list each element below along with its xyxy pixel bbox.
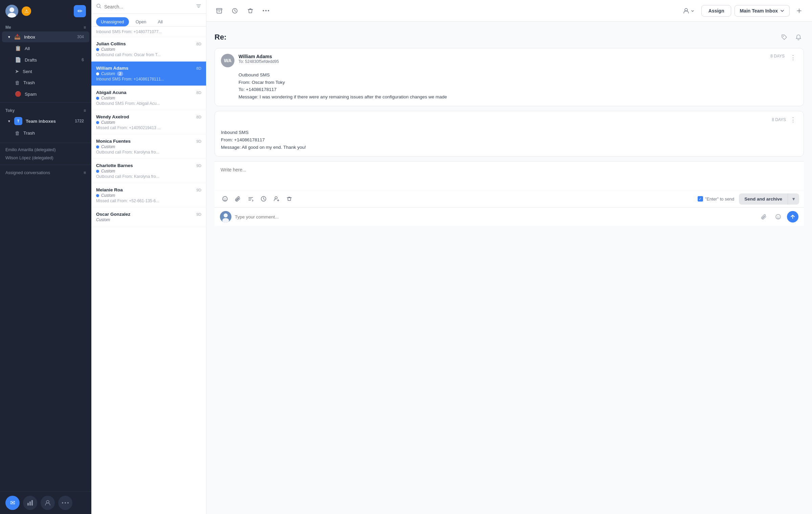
message-more-button[interactable]: ⋮ (789, 54, 797, 61)
assign-person-button[interactable] (680, 6, 698, 16)
unread-badge: 2 (117, 71, 123, 76)
conv-item-preview: Outbound call From: Oscar from T... (96, 52, 201, 57)
conv-item-name: Wendy Axelrod (96, 114, 129, 119)
conv-top-preview: Inbound SMS From: +1480771077... (91, 27, 206, 37)
message-card-1: WA William Adams To: 524830f5efdedd95 8 … (215, 48, 804, 106)
body-line2: From: Oscar from Toky (239, 80, 285, 85)
clock-icon-button[interactable] (229, 5, 241, 17)
conv-item-monica-fuentes[interactable]: Monica Fuentes 9D Custom Outbound call F… (91, 135, 206, 159)
delete-icon-button[interactable] (244, 5, 256, 17)
message-header-1: WA William Adams To: 524830f5efdedd95 8 … (215, 48, 804, 70)
nav-inbox-button[interactable]: ✉ (5, 496, 20, 510)
nav-chart-button[interactable] (23, 496, 37, 510)
svg-point-9 (67, 502, 69, 504)
conv-item-tag: Custom (101, 193, 115, 198)
unread-dot (96, 194, 99, 197)
body2-line1: Inbound SMS (221, 130, 249, 135)
tag-icon-button[interactable] (779, 32, 790, 43)
sidebar-header: ⚠ ✏ (0, 0, 91, 22)
message-card-2: 8 DAYS ⋮ Inbound SMS From: +14086178117 … (215, 111, 804, 157)
compose-input[interactable] (215, 162, 804, 189)
search-input[interactable] (104, 4, 193, 9)
svg-point-27 (777, 216, 778, 217)
me-section-label[interactable]: Me ≡ (0, 22, 91, 31)
conv-item-preview: Missed call From: +52-661-135-6... (96, 198, 201, 203)
add-person-icon-button[interactable] (271, 193, 282, 205)
emoji-icon-button[interactable] (219, 193, 231, 205)
conv-item-time: 9D (196, 164, 201, 168)
conv-item-charlotte-barnes[interactable]: Charlotte Barnes 9D Custom Outbound call… (91, 159, 206, 183)
inbox-selector-button[interactable]: Main Team Inbox (735, 5, 790, 17)
toky-label[interactable]: Toky ≡ (0, 106, 91, 114)
message-avatar-1: WA (221, 54, 234, 67)
compose-toolbar: ✓ "Enter" to send Send and archive ▼ (215, 190, 804, 207)
unread-dot (96, 72, 99, 75)
search-icon (96, 3, 102, 10)
enter-checkbox[interactable]: ✓ (698, 196, 703, 202)
tab-open[interactable]: Open (131, 17, 151, 26)
expand-icon-button[interactable] (793, 5, 805, 17)
compose-delete-icon-button[interactable] (284, 193, 295, 205)
conv-item-name: Charlotte Barnes (96, 163, 133, 168)
template-icon-button[interactable] (245, 193, 256, 205)
sidebar-item-sent[interactable]: ➤ Sent (2, 66, 89, 77)
tab-unassigned[interactable]: Unassigned (96, 17, 129, 26)
comment-emoji-button[interactable] (773, 211, 784, 222)
main-body: Re: WA (206, 22, 812, 514)
sidebar-item-spam[interactable]: 🛑 Spam (2, 89, 89, 99)
message-more-button-2[interactable]: ⋮ (789, 116, 797, 123)
divider (0, 102, 91, 103)
send-archive-label[interactable]: Send and archive (739, 193, 788, 205)
conv-items: Julian Collins 8D Custom Outbound call F… (91, 37, 206, 514)
comment-attach-button[interactable] (759, 211, 769, 222)
comment-send-button[interactable] (787, 211, 798, 223)
svg-point-7 (62, 502, 63, 504)
svg-rect-3 (27, 503, 29, 506)
sidebar-item-all[interactable]: 📋 All (2, 43, 89, 54)
notification-badge[interactable]: ⚠ (22, 6, 31, 16)
user-avatar[interactable] (5, 5, 18, 18)
svg-point-1 (9, 7, 14, 12)
conv-item-oscar-gonzalez[interactable]: Oscar Gonzalez 9D Custom (91, 208, 206, 227)
conv-item-time: 8D (196, 91, 201, 95)
compose-button[interactable]: ✏ (74, 5, 86, 17)
tab-all[interactable]: All (153, 17, 167, 26)
svg-point-20 (226, 198, 226, 199)
bell-icon-button[interactable] (793, 32, 804, 43)
drafts-label: Drafts (25, 57, 78, 63)
message-time-2: 8 DAYS (772, 117, 786, 122)
sort-icon[interactable] (196, 3, 201, 10)
conv-item-melanie-roa[interactable]: Melanie Roa 9D Custom Missed call From: … (91, 183, 206, 208)
conv-item-abigail-acuna[interactable]: Abigail Acuna 8D Custom Outbound SMS Fro… (91, 86, 206, 110)
delegated-item-1[interactable]: Emilio Amarilla (delegated) (0, 146, 91, 154)
conv-item-julian-collins[interactable]: Julian Collins 8D Custom Outbound call F… (91, 37, 206, 62)
comment-avatar (220, 211, 231, 223)
conv-list-header (91, 0, 206, 14)
comment-input[interactable] (235, 214, 755, 219)
sidebar-item-inbox[interactable]: ▼ 📥 Inbox 304 (2, 31, 89, 42)
toky-section: Toky ≡ ▼ T Team inboxes 1722 🗑 Trash (0, 106, 91, 140)
assigned-conversations[interactable]: Assigned conversations ≡ (0, 168, 91, 178)
conv-item-time: 9D (196, 139, 201, 143)
sidebar-item-team-trash[interactable]: 🗑 Trash (2, 128, 89, 138)
conv-item-william-adams[interactable]: William Adams 8D Custom 2 Inbound SMS Fr… (91, 62, 206, 86)
inbox-label: Main Team Inbox (740, 8, 778, 14)
attach-icon-button[interactable] (232, 193, 244, 205)
schedule-icon-button[interactable] (258, 193, 269, 205)
more-icon-button[interactable] (260, 5, 272, 17)
archive-icon-button[interactable] (213, 5, 225, 17)
sidebar-item-trash[interactable]: 🗑 Trash (2, 77, 89, 88)
enter-to-send-label: "Enter" to send (705, 196, 735, 202)
sidebar-item-drafts[interactable]: 📄 Drafts 6 (2, 54, 89, 65)
conv-item-wendy-axelrod[interactable]: Wendy Axelrod 8D Custom Missed call From… (91, 110, 206, 135)
conv-tabs: Unassigned Open All (91, 14, 206, 27)
conv-item-tag: Custom (101, 96, 115, 100)
assign-button[interactable]: Assign (701, 5, 731, 17)
send-archive-dropdown-arrow[interactable]: ▼ (788, 193, 799, 205)
send-archive-button[interactable]: Send and archive ▼ (739, 193, 799, 205)
nav-more-button[interactable] (58, 496, 72, 510)
sidebar-item-team-inboxes[interactable]: ▼ T Team inboxes 1722 (2, 115, 89, 127)
delegated-item-2[interactable]: Wilson López (delegated) (0, 154, 91, 162)
body2-line3: Message: All good on my end. Thank you! (221, 145, 306, 150)
nav-people-button[interactable] (41, 496, 55, 510)
